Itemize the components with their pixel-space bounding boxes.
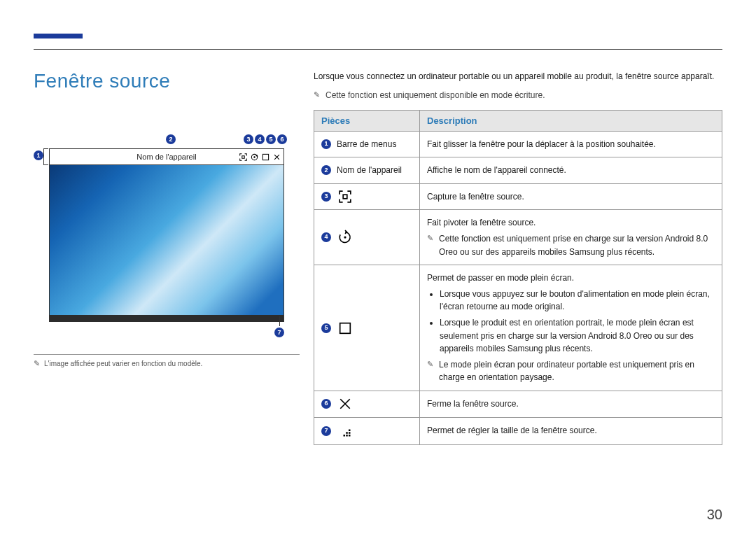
th-parts: Pièces (314, 110, 420, 131)
capture-icon (337, 190, 354, 203)
right-column: Lorsque vous connectez un ordinateur por… (314, 70, 722, 500)
window-device-name: Nom de l'appareil (136, 153, 196, 161)
list-item: Lorsque vous appuyez sur le bouton d'ali… (440, 288, 715, 314)
row-desc: Capture la fenêtre source. (420, 183, 722, 210)
close-icon (272, 153, 281, 161)
list-item: Lorsque le produit est en orientation po… (440, 316, 715, 356)
close-icon (337, 398, 354, 410)
window-taskbar (50, 315, 284, 322)
accent-bar (34, 34, 83, 38)
svg-rect-10 (349, 432, 351, 434)
row-desc: Affiche le nom de l'appareil connecté. (420, 157, 722, 184)
row-desc: Fait pivoter la fenêtre source. ✎Cette f… (420, 210, 722, 265)
manual-page: Fenêtre source 1 2 3 4 5 6 Nom de l'appa… (0, 0, 756, 534)
intro-note-text: Cette fonction est uniquement disponible… (326, 89, 545, 101)
svg-point-2 (253, 156, 254, 157)
row-badge: 6 (321, 399, 331, 409)
svg-rect-0 (241, 155, 244, 157)
figure-marker-1: 1 (34, 150, 43, 160)
table-row: 4 Fait pivoter la fenêtre source. ✎Cet (314, 210, 722, 265)
th-desc: Description (420, 110, 722, 131)
table-row: 6 Ferme la fenêtre source. (314, 391, 722, 417)
resize-icon (337, 424, 354, 438)
table-row: 3 Capture la fenêtre source. (314, 183, 722, 210)
figure-marker-4: 4 (255, 134, 265, 144)
left-column: Fenêtre source 1 2 3 4 5 6 Nom de l'appa… (34, 70, 314, 500)
row-badge: 3 (321, 192, 331, 202)
row-desc: Fait glisser la fenêtre pour la déplacer… (420, 131, 722, 157)
svg-rect-9 (344, 435, 346, 437)
intro-note: ✎ Cette fonction est uniquement disponib… (314, 89, 722, 101)
table-row: 7 Permet d (314, 417, 722, 444)
capture-icon (239, 153, 247, 161)
window-body (50, 165, 284, 322)
footnote-text: L'image affichée peut varier en fonction… (44, 360, 202, 367)
row-badge: 5 (321, 323, 331, 333)
pencil-icon: ✎ (427, 232, 433, 244)
page-title: Fenêtre source (34, 70, 300, 92)
svg-rect-7 (349, 435, 351, 437)
pencil-icon: ✎ (314, 89, 320, 101)
figure-footnote: ✎ L'image affichée peut varier en foncti… (34, 354, 300, 368)
row-badge: 4 (321, 232, 331, 242)
row-label: Nom de l'appareil (337, 164, 402, 177)
row-badge: 1 (321, 139, 331, 149)
svg-rect-6 (340, 323, 351, 333)
svg-point-5 (344, 237, 346, 239)
window-title-bar: Nom de l'appareil (50, 149, 284, 165)
figure-marker-3: 3 (244, 134, 253, 144)
table-row: 5 Permet de passer en mode plein écran. … (314, 265, 722, 391)
svg-rect-4 (343, 195, 347, 199)
figure-marker-5: 5 (266, 134, 276, 144)
source-window-mock: Nom de l'appareil (49, 148, 284, 322)
figure-marker-2: 2 (166, 134, 176, 144)
svg-rect-12 (349, 429, 351, 431)
top-rule (34, 49, 722, 50)
intro-text: Lorsque vous connectez un ordinateur por… (314, 70, 722, 83)
figure-leader-7 (279, 316, 280, 326)
page-number: 30 (707, 507, 722, 523)
row-desc: Ferme la fenêtre source. (420, 391, 722, 417)
table-row: 2Nom de l'appareil Affiche le nom de l'a… (314, 157, 722, 184)
row-badge: 7 (321, 426, 331, 436)
figure-bracket (43, 148, 48, 165)
table-row: 1Barre de menus Fait glisser la fenêtre … (314, 131, 722, 157)
figure-marker-7: 7 (274, 328, 284, 337)
pencil-icon: ✎ (34, 359, 40, 368)
svg-rect-3 (262, 154, 268, 160)
row-label: Barre de menus (337, 138, 396, 151)
svg-rect-11 (346, 432, 348, 434)
pencil-icon: ✎ (427, 358, 433, 370)
fullscreen-icon (337, 322, 354, 335)
row-desc: Permet de régler la taille de la fenêtre… (420, 417, 722, 444)
parts-table: Pièces Description 1Barre de menus Fait … (314, 110, 722, 445)
row-badge: 2 (321, 165, 331, 175)
window-title-icons (239, 149, 281, 164)
rotate-icon (250, 153, 258, 161)
figure-marker-6: 6 (277, 134, 287, 144)
fullscreen-icon (261, 153, 270, 161)
rotate-icon (337, 230, 354, 244)
svg-rect-8 (346, 435, 348, 437)
row-desc: Permet de passer en mode plein écran. Lo… (420, 265, 722, 391)
figure-area: 1 2 3 4 5 6 Nom de l'appareil (34, 127, 286, 330)
